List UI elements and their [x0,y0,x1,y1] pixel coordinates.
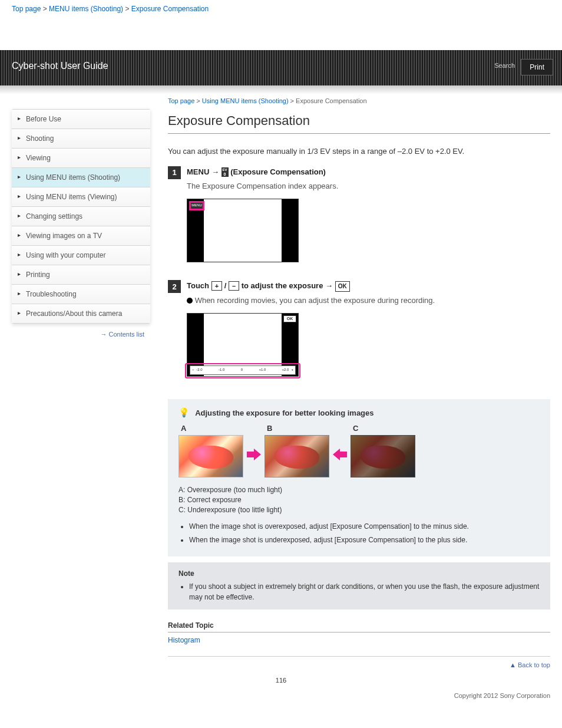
sidebar-item-precautions[interactable]: Precautions/About this camera [12,304,150,324]
step1-desc: (Exposure Compensation) [230,167,326,176]
photo-underexposed [351,435,415,477]
legend-b: B: Correct exposure [178,496,540,504]
tip-heading: Adjusting the exposure for better lookin… [195,409,373,417]
triangle-up-icon: ▲ [510,661,516,668]
related-link-histogram[interactable]: Histogram [168,636,200,644]
contents-list-link[interactable]: → Contents list [12,331,150,338]
step-number-1: 1 [168,166,181,179]
note-bullet-1: If you shoot a subject in extremely brig… [189,581,540,602]
pink-arrow-right-icon [247,449,261,460]
sidebar-item-printing[interactable]: Printing [12,265,150,284]
page-title: Exposure Compensation [168,113,550,134]
breadcrumb-section[interactable]: Using MENU items (Shooting) [202,97,289,104]
exposure-legend: A: Overexposure (too much light) B: Corr… [178,486,540,514]
menu-button-highlight: MENU [190,202,204,210]
camera-ui-screenshot-2: OK – -2.0-1.00+1.0+2.0 + [187,313,299,377]
header-search-label[interactable]: Search [494,62,515,69]
ev-icon [222,167,229,177]
tip-bullet-2: When the image shot is underexposed, adj… [189,535,540,546]
top-link-section[interactable]: MENU items (Shooting) [49,5,123,13]
note-box: Note If you shoot a subject in extremely… [168,562,550,610]
label-b: B [265,424,329,433]
sidebar: Before Use Shooting Viewing Using MENU i… [12,109,150,673]
tip-box: 💡 Adjusting the exposure for better look… [168,399,550,556]
footer-copyright: Copyright 2012 Sony Corporation [0,687,562,723]
breadcrumb: Top page > Using MENU items (Shooting) >… [168,97,550,104]
main-content: Top page > Using MENU items (Shooting) >… [168,85,550,673]
camera-ui-screenshot-1: MENU [187,199,299,262]
print-button[interactable]: Print [521,59,553,75]
ok-button-ui: OK [283,315,296,322]
step-1: 1 MENU → (Exposure Compensation) The Exp… [168,166,550,269]
sidebar-item-before-use[interactable]: Before Use [12,109,150,129]
step-number-2: 2 [168,280,181,293]
exposure-examples-row: A B C [178,424,540,477]
minus-button-icon: – [229,281,239,291]
tip-bullet-1: When the image shot is overexposed, adju… [189,521,540,532]
intro-text: You can adjust the exposure manually in … [168,146,550,157]
legend-c: C: Underexposure (too little light) [178,506,540,514]
related-title: Related Topic [168,621,550,633]
page-number: 116 [0,673,562,687]
sidebar-item-computer[interactable]: Using with your computer [12,245,150,265]
plus-button-icon: + [211,281,222,291]
photo-overexposed [178,435,243,477]
arrow-right-icon: → [100,331,107,338]
breadcrumb-home[interactable]: Top page [168,97,194,104]
step-2: 2 Touch + / – to adjust the exposure → O… [168,280,550,387]
sidebar-item-changing-settings[interactable]: Changing settings [12,206,150,226]
tip-bullets: When the image shot is overexposed, adju… [178,521,540,546]
photo-correct [265,435,329,477]
legend-a: A: Overexposure (too much light) [178,486,540,494]
lightbulb-icon: 💡 [178,407,190,417]
back-to-top-bottom[interactable]: ▲ Back to top [168,656,550,673]
label-c: C [351,424,415,433]
sidebar-item-tv[interactable]: Viewing images on a TV [12,226,150,245]
step2-subtext: When recording movies, you can adjust th… [195,296,435,305]
ev-slider-bar: – -2.0-1.00+1.0+2.0 + [190,365,296,375]
related-topic: Related Topic Histogram [168,621,550,644]
top-nav-links: Top page > MENU items (Shooting) > Expos… [0,0,562,18]
step1-menu-label: MENU [187,167,209,176]
arrow-right-icon: → [211,167,219,176]
sidebar-item-menu-shooting[interactable]: Using MENU items (Shooting) [12,167,150,187]
step2-prefix: Touch [187,281,209,290]
sidebar-item-viewing[interactable]: Viewing [12,148,150,167]
step2-mid: to adjust the exposure [242,281,323,290]
header-title: Cyber-shot User Guide [12,61,108,71]
sidebar-item-menu-viewing[interactable]: Using MENU items (Viewing) [12,187,150,206]
arrow-right-icon: → [325,281,333,290]
sidebar-item-shooting[interactable]: Shooting [12,129,150,148]
header-band: Cyber-shot User Guide Search Print [0,50,562,85]
note-title: Note [178,569,540,578]
step1-subtext: The Exposure Compensation index appears. [187,180,550,193]
record-icon [187,298,193,304]
top-link-page: Exposure Compensation [131,5,209,13]
breadcrumb-current: Exposure Compensation [296,97,366,104]
pink-arrow-left-icon [333,449,347,460]
sidebar-item-troubleshooting[interactable]: Troubleshooting [12,284,150,304]
ok-button-icon: OK [335,281,350,292]
label-a: A [178,424,243,433]
top-link-home[interactable]: Top page [12,5,41,13]
